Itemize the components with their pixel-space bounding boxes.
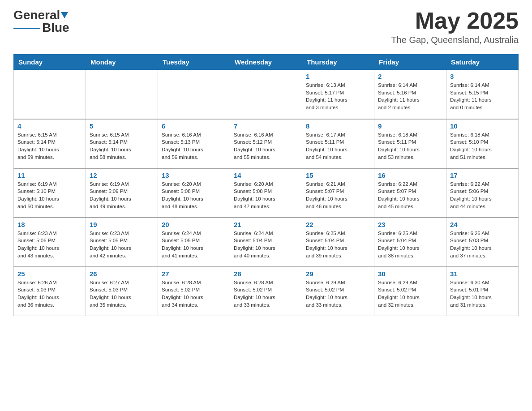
day-cell: 18Sunrise: 6:23 AM Sunset: 5:06 PM Dayli… — [14, 218, 86, 267]
day-cell: 12Sunrise: 6:19 AM Sunset: 5:09 PM Dayli… — [86, 168, 158, 218]
day-info: Sunrise: 6:29 AM Sunset: 5:02 PM Dayligh… — [378, 279, 442, 309]
logo-line — [13, 28, 40, 29]
day-number: 10 — [450, 122, 515, 130]
day-cell: 26Sunrise: 6:27 AM Sunset: 5:03 PM Dayli… — [86, 267, 158, 316]
day-info: Sunrise: 6:23 AM Sunset: 5:05 PM Dayligh… — [90, 230, 154, 260]
day-number: 23 — [378, 221, 442, 228]
day-number: 28 — [234, 270, 298, 278]
title-block: May 2025 The Gap, Queensland, Australia — [391, 9, 519, 45]
day-cell: 29Sunrise: 6:29 AM Sunset: 5:02 PM Dayli… — [302, 267, 374, 316]
day-info: Sunrise: 6:18 AM Sunset: 5:10 PM Dayligh… — [450, 131, 515, 161]
day-cell: 20Sunrise: 6:24 AM Sunset: 5:05 PM Dayli… — [158, 218, 230, 267]
day-cell: 31Sunrise: 6:30 AM Sunset: 5:01 PM Dayli… — [446, 267, 519, 316]
day-number: 8 — [306, 122, 370, 130]
logo: General Blue — [13, 9, 69, 34]
day-number: 16 — [378, 171, 442, 179]
logo-text-blue: Blue — [42, 21, 69, 34]
weekday-header-sunday: Sunday — [14, 55, 86, 70]
day-cell: 10Sunrise: 6:18 AM Sunset: 5:10 PM Dayli… — [446, 119, 519, 168]
day-cell: 7Sunrise: 6:16 AM Sunset: 5:12 PM Daylig… — [230, 119, 302, 168]
day-info: Sunrise: 6:15 AM Sunset: 5:14 PM Dayligh… — [90, 131, 154, 161]
day-number: 27 — [162, 270, 226, 278]
day-number: 14 — [234, 171, 298, 179]
page-header: General Blue May 2025 The Gap, Queenslan… — [13, 9, 519, 45]
weekday-header-saturday: Saturday — [446, 55, 519, 70]
day-cell: 9Sunrise: 6:18 AM Sunset: 5:11 PM Daylig… — [374, 119, 446, 168]
day-number: 18 — [17, 221, 82, 228]
day-number: 1 — [306, 73, 370, 80]
week-row-3: 11Sunrise: 6:19 AM Sunset: 5:10 PM Dayli… — [14, 168, 519, 218]
day-info: Sunrise: 6:26 AM Sunset: 5:03 PM Dayligh… — [450, 230, 515, 260]
day-info: Sunrise: 6:20 AM Sunset: 5:08 PM Dayligh… — [162, 180, 226, 210]
day-info: Sunrise: 6:22 AM Sunset: 5:06 PM Dayligh… — [450, 180, 515, 210]
day-info: Sunrise: 6:25 AM Sunset: 5:04 PM Dayligh… — [306, 230, 370, 260]
day-info: Sunrise: 6:26 AM Sunset: 5:03 PM Dayligh… — [17, 279, 82, 309]
day-cell: 24Sunrise: 6:26 AM Sunset: 5:03 PM Dayli… — [446, 218, 519, 267]
day-cell: 16Sunrise: 6:22 AM Sunset: 5:07 PM Dayli… — [374, 168, 446, 218]
day-number: 30 — [378, 270, 442, 278]
day-info: Sunrise: 6:18 AM Sunset: 5:11 PM Dayligh… — [378, 131, 442, 161]
day-number: 9 — [378, 122, 442, 130]
day-number: 3 — [450, 73, 515, 80]
day-cell: 5Sunrise: 6:15 AM Sunset: 5:14 PM Daylig… — [86, 119, 158, 168]
day-cell: 8Sunrise: 6:17 AM Sunset: 5:11 PM Daylig… — [302, 119, 374, 168]
day-number: 25 — [17, 270, 82, 278]
day-cell: 27Sunrise: 6:28 AM Sunset: 5:02 PM Dayli… — [158, 267, 230, 316]
day-info: Sunrise: 6:16 AM Sunset: 5:13 PM Dayligh… — [162, 131, 226, 161]
day-cell: 6Sunrise: 6:16 AM Sunset: 5:13 PM Daylig… — [158, 119, 230, 168]
day-info: Sunrise: 6:23 AM Sunset: 5:06 PM Dayligh… — [17, 230, 82, 260]
day-number: 31 — [450, 270, 515, 278]
day-cell: 3Sunrise: 6:14 AM Sunset: 5:15 PM Daylig… — [446, 70, 519, 119]
day-info: Sunrise: 6:19 AM Sunset: 5:09 PM Dayligh… — [90, 180, 154, 210]
day-info: Sunrise: 6:14 AM Sunset: 5:16 PM Dayligh… — [378, 81, 442, 111]
day-number: 29 — [306, 270, 370, 278]
weekday-header-thursday: Thursday — [302, 55, 374, 70]
day-number: 4 — [17, 122, 82, 130]
calendar-table: SundayMondayTuesdayWednesdayThursdayFrid… — [13, 54, 519, 316]
day-info: Sunrise: 6:25 AM Sunset: 5:04 PM Dayligh… — [378, 230, 442, 260]
day-number: 22 — [306, 221, 370, 228]
day-number: 17 — [450, 171, 515, 179]
day-number: 7 — [234, 122, 298, 130]
day-info: Sunrise: 6:30 AM Sunset: 5:01 PM Dayligh… — [450, 279, 515, 309]
day-cell: 22Sunrise: 6:25 AM Sunset: 5:04 PM Dayli… — [302, 218, 374, 267]
logo-triangle-icon — [61, 12, 68, 18]
week-row-1: 1Sunrise: 6:13 AM Sunset: 5:17 PM Daylig… — [14, 70, 519, 119]
location: The Gap, Queensland, Australia — [391, 35, 519, 45]
day-number: 6 — [162, 122, 226, 130]
day-cell: 13Sunrise: 6:20 AM Sunset: 5:08 PM Dayli… — [158, 168, 230, 218]
weekday-header-tuesday: Tuesday — [158, 55, 230, 70]
day-cell: 19Sunrise: 6:23 AM Sunset: 5:05 PM Dayli… — [86, 218, 158, 267]
day-number: 19 — [90, 221, 154, 228]
weekday-header-monday: Monday — [86, 55, 158, 70]
day-cell: 17Sunrise: 6:22 AM Sunset: 5:06 PM Dayli… — [446, 168, 519, 218]
weekday-header-wednesday: Wednesday — [230, 55, 302, 70]
day-cell: 4Sunrise: 6:15 AM Sunset: 5:14 PM Daylig… — [14, 119, 86, 168]
day-number: 20 — [162, 221, 226, 228]
day-info: Sunrise: 6:29 AM Sunset: 5:02 PM Dayligh… — [306, 279, 370, 309]
week-row-4: 18Sunrise: 6:23 AM Sunset: 5:06 PM Dayli… — [14, 218, 519, 267]
day-info: Sunrise: 6:19 AM Sunset: 5:10 PM Dayligh… — [17, 180, 82, 210]
day-number: 12 — [90, 171, 154, 179]
day-info: Sunrise: 6:17 AM Sunset: 5:11 PM Dayligh… — [306, 131, 370, 161]
day-info: Sunrise: 6:28 AM Sunset: 5:02 PM Dayligh… — [234, 279, 298, 309]
logo-text-general: General — [13, 9, 60, 21]
day-cell: 1Sunrise: 6:13 AM Sunset: 5:17 PM Daylig… — [302, 70, 374, 119]
day-info: Sunrise: 6:15 AM Sunset: 5:14 PM Dayligh… — [17, 131, 82, 161]
month-title: May 2025 — [391, 9, 519, 32]
day-cell — [158, 70, 230, 119]
day-number: 2 — [378, 73, 442, 80]
day-number: 13 — [162, 171, 226, 179]
day-info: Sunrise: 6:28 AM Sunset: 5:02 PM Dayligh… — [162, 279, 226, 309]
week-row-5: 25Sunrise: 6:26 AM Sunset: 5:03 PM Dayli… — [14, 267, 519, 316]
day-cell: 11Sunrise: 6:19 AM Sunset: 5:10 PM Dayli… — [14, 168, 86, 218]
week-row-2: 4Sunrise: 6:15 AM Sunset: 5:14 PM Daylig… — [14, 119, 519, 168]
day-cell — [230, 70, 302, 119]
weekday-header-row: SundayMondayTuesdayWednesdayThursdayFrid… — [14, 55, 519, 70]
day-cell: 25Sunrise: 6:26 AM Sunset: 5:03 PM Dayli… — [14, 267, 86, 316]
day-number: 11 — [17, 171, 82, 179]
day-number: 24 — [450, 221, 515, 228]
day-info: Sunrise: 6:16 AM Sunset: 5:12 PM Dayligh… — [234, 131, 298, 161]
day-info: Sunrise: 6:27 AM Sunset: 5:03 PM Dayligh… — [90, 279, 154, 309]
day-info: Sunrise: 6:20 AM Sunset: 5:08 PM Dayligh… — [234, 180, 298, 210]
